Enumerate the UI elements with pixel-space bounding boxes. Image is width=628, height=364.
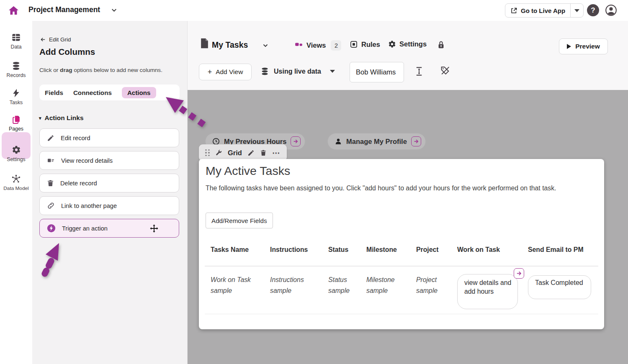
- trash-icon[interactable]: [260, 149, 267, 156]
- go-to-live-app-button[interactable]: Go to Live App: [505, 3, 584, 18]
- sidebar-item-pages[interactable]: Pages: [0, 115, 32, 132]
- add-view-label: Add View: [216, 68, 243, 76]
- wrench-icon[interactable]: [215, 149, 222, 156]
- chevron-down-icon: [111, 7, 118, 14]
- bolt-circle-icon: [47, 224, 56, 233]
- panel-subtitle: Click or drag options below to add new c…: [39, 67, 162, 73]
- action-delete-record[interactable]: Delete record: [39, 174, 179, 192]
- column-header: Instructions: [270, 246, 328, 254]
- sidebar-label: Pages: [0, 126, 32, 132]
- arrow-right-icon: [291, 136, 301, 146]
- column-header: Project: [416, 246, 457, 254]
- lock-icon: [437, 40, 445, 49]
- view-type-label: Grid: [228, 149, 242, 157]
- views-label: Views: [306, 41, 326, 49]
- go-live-dropdown[interactable]: [571, 4, 583, 17]
- help-icon: ?: [591, 6, 595, 15]
- gear-icon: [12, 145, 21, 154]
- table-cell: Project sample: [416, 274, 457, 296]
- sidebar-label: Data: [0, 44, 32, 50]
- preview-button[interactable]: Preview: [559, 38, 608, 54]
- data-icon: [11, 33, 21, 42]
- column-type-tabs: Fields Connections Actions: [39, 85, 180, 100]
- plus-icon: +: [208, 68, 212, 77]
- page-button-label: Manage My Profile: [346, 138, 407, 146]
- tab-fields[interactable]: Fields: [45, 89, 63, 96]
- sidebar-item-records[interactable]: Records: [0, 61, 32, 78]
- sidebar-item-tasks[interactable]: Tasks: [0, 88, 32, 105]
- action-trigger-an-action[interactable]: Trigger an action: [39, 219, 179, 238]
- page-builder-toolbar: My Tasks Views 2 Rules Settings Preview …: [188, 21, 628, 90]
- more-options-icon[interactable]: ⋯: [272, 148, 281, 158]
- tab-connections[interactable]: Connections: [73, 89, 112, 96]
- live-data-dropdown[interactable]: Using live data: [260, 67, 335, 76]
- table-cell: Status sample: [328, 274, 366, 296]
- add-columns-panel: Edit Grid Add Columns Click or drag opti…: [32, 21, 188, 364]
- top-bar: Project Management Go to Live App ?: [0, 0, 628, 21]
- tab-views[interactable]: Views 2: [294, 40, 341, 51]
- table-cell: Work on Task sample: [211, 274, 270, 296]
- back-to-edit-grid[interactable]: Edit Grid: [40, 36, 71, 43]
- arrow-right-icon[interactable]: [514, 268, 524, 279]
- views-count-badge: 2: [331, 40, 341, 51]
- action-label: View record details: [61, 157, 113, 164]
- nav-rail: Data Records Tasks Pages Settings Data M…: [0, 21, 32, 364]
- table-cell: Instructions sample: [270, 274, 328, 296]
- page-dropdown[interactable]: [262, 42, 269, 51]
- rules-icon: [350, 40, 358, 49]
- tab-rules[interactable]: Rules: [350, 40, 380, 49]
- add-remove-fields-button[interactable]: Add/Remove Fields: [206, 213, 273, 228]
- view-details-add-hours-button[interactable]: view details and add hours: [457, 274, 518, 309]
- action-label: Delete record: [60, 180, 97, 187]
- page-title: My Tasks: [212, 40, 248, 50]
- action-edit-record[interactable]: Edit record: [39, 128, 179, 147]
- grid-view-toolbar: Grid ⋯: [199, 144, 287, 161]
- back-label: Edit Grid: [49, 36, 71, 43]
- caret-down-icon: [330, 70, 335, 73]
- app-switcher[interactable]: [111, 7, 118, 15]
- table-header-divider: [205, 266, 598, 267]
- tab-actions[interactable]: Actions: [122, 87, 156, 98]
- drag-handle-icon[interactable]: [205, 149, 210, 156]
- action-link-to-page[interactable]: Link to another page: [39, 196, 179, 215]
- move-icon[interactable]: [149, 224, 159, 235]
- chevron-down-icon: [262, 42, 269, 49]
- page-icon: [200, 38, 209, 50]
- page-lock[interactable]: [437, 40, 445, 49]
- row-height-icon[interactable]: [415, 66, 423, 78]
- home-icon: [8, 5, 19, 16]
- action-label: Trigger an action: [62, 225, 108, 232]
- pages-icon: [11, 115, 21, 125]
- person-icon: [335, 138, 342, 145]
- view-title: My Active Tasks: [206, 164, 290, 178]
- action-links-section-toggle[interactable]: ▾ Action Links: [39, 114, 84, 122]
- column-header: Tasks Name: [211, 246, 270, 254]
- grid-view-card: My Active Tasks The following tasks have…: [199, 159, 604, 329]
- sidebar-label: Records: [0, 72, 32, 78]
- sidebar-label: Settings: [0, 156, 32, 162]
- sidebar-item-data[interactable]: Data: [0, 33, 32, 50]
- avatar-icon: [605, 4, 617, 16]
- table-cell: Milestone sample: [366, 274, 416, 296]
- app-title: Project Management: [28, 5, 100, 14]
- table-header-row: Tasks Name Instructions Status Milestone…: [211, 246, 600, 254]
- preview-user-filter[interactable]: Bob Williams: [350, 62, 404, 82]
- sidebar-item-settings[interactable]: Settings: [0, 145, 32, 162]
- add-view-button[interactable]: + Add View: [199, 64, 252, 80]
- home-button[interactable]: [7, 4, 20, 17]
- live-data-label: Using live data: [274, 68, 321, 75]
- action-view-record-details[interactable]: View record details: [39, 151, 179, 170]
- account-button[interactable]: [605, 4, 617, 16]
- back-arrow-icon: [40, 36, 46, 43]
- task-completed-button[interactable]: Task Completed: [528, 275, 591, 299]
- data-model-icon: [11, 174, 21, 184]
- sidebar-item-data-model[interactable]: Data Model: [0, 174, 32, 191]
- help-button[interactable]: ?: [587, 4, 599, 16]
- column-header: Status: [328, 246, 366, 254]
- views-icon: [294, 41, 303, 50]
- view-description: The following tasks have been assigned t…: [206, 183, 596, 194]
- tab-settings[interactable]: Settings: [388, 40, 427, 48]
- tag-slash-icon[interactable]: [440, 65, 450, 77]
- pencil-icon[interactable]: [247, 149, 255, 156]
- manage-my-profile-button[interactable]: Manage My Profile: [327, 133, 426, 150]
